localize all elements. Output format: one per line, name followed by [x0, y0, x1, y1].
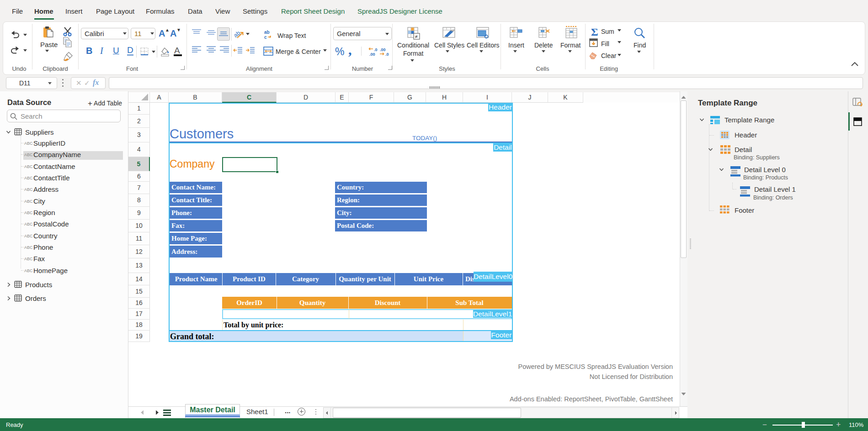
svg-text:ab: ab	[264, 30, 270, 35]
svg-text:c: c	[264, 35, 267, 40]
svg-text:.0: .0	[385, 52, 389, 56]
svg-text:.00: .00	[369, 52, 375, 56]
svg-text:.0: .0	[374, 47, 378, 52]
svg-text:.00: .00	[380, 47, 386, 52]
svg-text:≠: ≠	[415, 34, 418, 39]
